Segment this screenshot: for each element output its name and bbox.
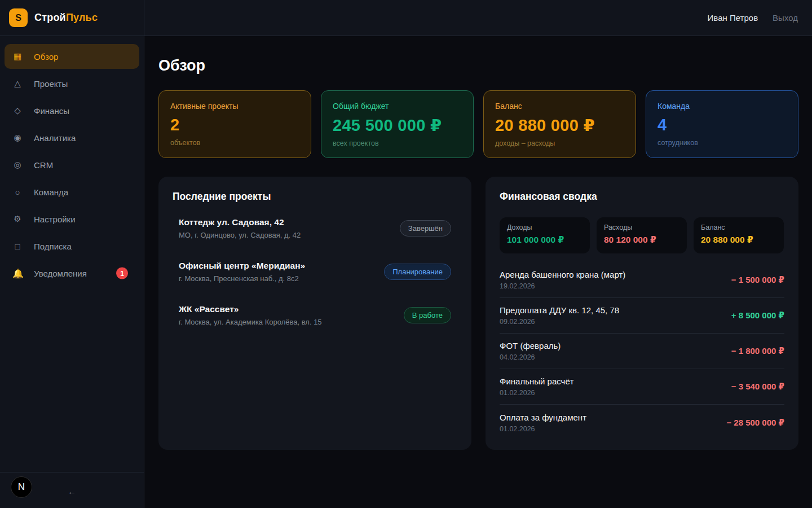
finance-card-expenses: Расходы 80 120 000 ₽ (597, 217, 687, 253)
transaction-date: 01.02.2026 (500, 425, 586, 433)
sidebar-nav: ▦ Обзор △ Проекты ◇ Финансы ◉ Аналитика … (0, 36, 144, 472)
diamond-icon: ◇ (12, 106, 23, 116)
finance-card-value: 80 120 000 ₽ (604, 235, 679, 245)
sidebar-item-label: Подписка (34, 242, 72, 251)
main-area: Иван Петров Выход Обзор Активные проекты… (144, 0, 812, 508)
finance-summary-panel: Финансовая сводка Доходы 101 000 000 ₽ Р… (486, 177, 798, 450)
stat-sub: доходы – расходы (495, 139, 624, 147)
page-title: Обзор (158, 57, 798, 75)
transaction-row[interactable]: Финальный расчёт 01.02.2026 − 3 540 000 … (500, 369, 784, 405)
sidebar-item-label: Обзор (34, 52, 58, 62)
brand-part2: Пульс (66, 12, 98, 23)
stat-card-team: Команда 4 сотрудников (646, 90, 798, 158)
sidebar-item-subscription[interactable]: □ Подписка (5, 234, 139, 259)
stat-card-balance: Баланс 20 880 000 ₽ доходы – расходы (483, 90, 636, 158)
stat-sub: всех проектов (333, 139, 462, 147)
sidebar-item-finance[interactable]: ◇ Финансы (5, 98, 139, 123)
status-badge: Завершён (400, 220, 451, 237)
sidebar-item-settings[interactable]: ⚙ Настройки (5, 207, 139, 231)
transaction-title: Финальный расчёт (500, 376, 574, 386)
stat-label: Общий бюджет (333, 102, 462, 111)
stat-card-active-projects: Активные проекты 2 объектов (158, 90, 311, 158)
finance-card-label: Расходы (604, 224, 679, 231)
project-address: МО, г. Одинцово, ул. Садовая, д. 42 (179, 231, 301, 239)
brand-part1: Строй (34, 12, 66, 23)
transaction-amount: + 8 500 000 ₽ (731, 310, 784, 321)
finance-card-value: 20 880 000 ₽ (701, 235, 776, 245)
finance-card-balance: Баланс 20 880 000 ₽ (694, 217, 784, 253)
stat-label: Активные проекты (170, 102, 299, 111)
transaction-row[interactable]: Аренда башенного крана (март) 19.02.2026… (500, 262, 784, 298)
sidebar-item-label: Настройки (34, 214, 76, 224)
transaction-date: 04.02.2026 (500, 353, 561, 361)
project-row[interactable]: Коттедж ул. Садовая, 42 МО, г. Одинцово,… (173, 217, 457, 239)
transaction-amount: − 1 500 000 ₽ (731, 275, 784, 285)
grid-icon: ▦ (12, 51, 23, 62)
finance-card-label: Доходы (507, 224, 582, 231)
transaction-amount: − 28 500 000 ₽ (726, 418, 784, 428)
transaction-row[interactable]: ФОТ (февраль) 04.02.2026 − 1 800 000 ₽ (500, 334, 784, 369)
transaction-row[interactable]: Предоплата ДДУ кв. 12, 45, 78 09.02.2026… (500, 298, 784, 334)
stat-label: Баланс (495, 102, 624, 111)
project-name: Коттедж ул. Садовая, 42 (179, 217, 301, 227)
topbar: Иван Петров Выход (144, 0, 812, 36)
stat-value: 4 (657, 116, 787, 134)
bell-icon: 🔔 (12, 268, 23, 279)
notification-count-badge: 1 (116, 268, 128, 279)
sidebar-item-label: Команда (34, 187, 68, 197)
brand-name: СтройПульс (34, 12, 98, 24)
page-content: Обзор Активные проекты 2 объектов Общий … (144, 36, 812, 508)
logout-link[interactable]: Выход (773, 13, 798, 23)
transaction-title: Аренда башенного крана (март) (500, 270, 625, 279)
circle-dot-icon: ◉ (12, 133, 23, 143)
nextjs-devtools-button[interactable]: N (11, 476, 32, 498)
recent-projects-panel: Последние проекты Коттедж ул. Садовая, 4… (158, 177, 471, 450)
circle-icon: ○ (12, 187, 23, 197)
project-row[interactable]: Офисный центр «Меридиан» г. Москва, Прес… (173, 261, 457, 283)
sidebar-footer: N ← (0, 472, 144, 508)
status-badge: В работе (404, 307, 451, 323)
transaction-amount: − 3 540 000 ₽ (731, 382, 784, 392)
sidebar-item-label: Аналитика (34, 133, 76, 143)
transaction-row[interactable]: Оплата за фундамент 01.02.2026 − 28 500 … (500, 405, 784, 440)
panels-row: Последние проекты Коттедж ул. Садовая, 4… (158, 177, 798, 450)
target-icon: ◎ (12, 160, 23, 170)
transaction-title: ФОТ (февраль) (500, 341, 561, 351)
stat-card-total-budget: Общий бюджет 245 500 000 ₽ всех проектов (321, 90, 474, 158)
app-root: S СтройПульс ▦ Обзор △ Проекты ◇ Финансы… (0, 0, 812, 508)
brand-logo: S СтройПульс (0, 0, 144, 36)
project-name: Офисный центр «Меридиан» (179, 261, 305, 271)
finance-summary-cards: Доходы 101 000 000 ₽ Расходы 80 120 000 … (500, 217, 784, 253)
project-address: г. Москва, Пресненская наб., д. 8с2 (179, 274, 305, 283)
panel-title: Финансовая сводка (500, 191, 784, 203)
sidebar-item-team[interactable]: ○ Команда (5, 179, 139, 204)
transaction-date: 01.02.2026 (500, 389, 574, 397)
finance-card-label: Баланс (701, 224, 776, 231)
transaction-date: 09.02.2026 (500, 318, 619, 326)
sidebar-item-projects[interactable]: △ Проекты (5, 71, 139, 96)
project-address: г. Москва, ул. Академика Королёва, вл. 1… (179, 318, 322, 326)
status-badge: Планирование (384, 264, 451, 280)
stat-label: Команда (657, 102, 787, 111)
stat-cards-row: Активные проекты 2 объектов Общий бюджет… (158, 90, 798, 158)
transaction-date: 19.02.2026 (500, 282, 625, 290)
user-name[interactable]: Иван Петров (708, 13, 758, 23)
project-row[interactable]: ЖК «Рассвет» г. Москва, ул. Академика Ко… (173, 304, 457, 326)
stat-value: 245 500 000 ₽ (333, 116, 462, 135)
sidebar-item-overview[interactable]: ▦ Обзор (5, 44, 139, 69)
transactions-list: Аренда башенного крана (март) 19.02.2026… (500, 262, 784, 440)
stat-sub: сотрудников (657, 139, 787, 147)
collapse-sidebar-arrow-icon[interactable]: ← (68, 487, 76, 496)
transaction-title: Оплата за фундамент (500, 413, 586, 422)
logo-mark-icon: S (9, 8, 28, 27)
transaction-amount: − 1 800 000 ₽ (731, 346, 784, 356)
transaction-title: Предоплата ДДУ кв. 12, 45, 78 (500, 305, 619, 315)
stat-value: 2 (170, 116, 299, 134)
panel-title: Последние проекты (173, 191, 457, 203)
sidebar-item-notifications[interactable]: 🔔 Уведомления 1 (5, 261, 139, 286)
finance-card-value: 101 000 000 ₽ (507, 235, 582, 245)
gear-icon: ⚙ (12, 214, 23, 224)
sidebar-item-crm[interactable]: ◎ CRM (5, 152, 139, 177)
sidebar-item-label: Проекты (34, 79, 68, 89)
sidebar-item-analytics[interactable]: ◉ Аналитика (5, 125, 139, 150)
